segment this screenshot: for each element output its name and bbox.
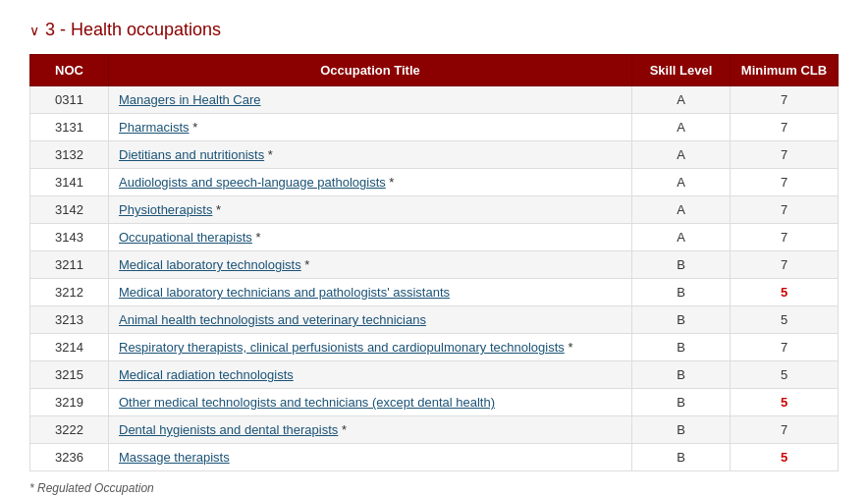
skill-cell: B [632, 251, 731, 279]
skill-cell: B [632, 306, 731, 334]
occupation-link[interactable]: Other medical technologists and technici… [119, 395, 495, 410]
title-cell: Pharmacists * [109, 114, 632, 141]
skill-cell: A [632, 196, 731, 224]
noc-cell: 3215 [30, 361, 109, 389]
table-row: 3236Massage therapistsB5 [30, 444, 839, 471]
occupation-link[interactable]: Respiratory therapists, clinical perfusi… [119, 340, 565, 355]
clb-cell: 7 [731, 224, 839, 251]
occupation-link[interactable]: Dietitians and nutritionists [119, 147, 264, 162]
clb-cell: 7 [731, 114, 839, 141]
occupation-link[interactable]: Physiotherapists [119, 202, 212, 217]
clb-cell: 7 [731, 86, 839, 114]
clb-cell: 5 [731, 306, 839, 334]
table-row: 3212Medical laboratory technicians and p… [30, 279, 839, 306]
col-header-noc: NOC [30, 55, 109, 86]
occupation-link[interactable]: Occupational therapists [119, 230, 252, 245]
footnote: * Regulated Occupation [29, 481, 839, 495]
skill-cell: B [632, 334, 731, 361]
noc-cell: 3212 [30, 279, 109, 306]
clb-cell: 5 [731, 361, 839, 389]
clb-value: 7 [781, 92, 787, 107]
title-cell: Occupational therapists * [109, 224, 632, 251]
occupation-link[interactable]: Audiologists and speech-language patholo… [119, 175, 386, 190]
occupation-link[interactable]: Medical laboratory technicians and patho… [119, 285, 450, 300]
title-cell: Managers in Health Care [109, 86, 632, 114]
clb-value: 7 [781, 230, 787, 245]
regulated-marker: * [190, 120, 198, 135]
noc-cell: 3131 [30, 114, 109, 141]
table-row: 3143Occupational therapists *A7 [30, 224, 839, 251]
title-cell: Medical laboratory technologists * [109, 251, 632, 279]
table-row: 3219Other medical technologists and tech… [30, 389, 839, 416]
noc-cell: 3211 [30, 251, 109, 279]
clb-value: 7 [781, 202, 787, 217]
col-header-clb: Minimum CLB [731, 55, 839, 86]
occupation-link[interactable]: Medical laboratory technologists [119, 257, 301, 272]
table-header-row: NOC Occupation Title Skill Level Minimum… [30, 55, 839, 86]
noc-cell: 3142 [30, 196, 109, 224]
skill-cell: B [632, 361, 731, 389]
table-row: 3215Medical radiation technologistsB5 [30, 361, 839, 389]
clb-cell: 7 [731, 169, 839, 196]
title-cell: Dietitians and nutritionists * [109, 141, 632, 169]
clb-value: 5 [781, 312, 787, 327]
clb-value: 7 [781, 120, 787, 135]
clb-value: 7 [781, 147, 787, 162]
table-row: 3211Medical laboratory technologists *B7 [30, 251, 839, 279]
noc-cell: 3132 [30, 141, 109, 169]
title-cell: Physiotherapists * [109, 196, 632, 224]
col-header-skill: Skill Level [632, 55, 731, 86]
clb-cell: 7 [731, 334, 839, 361]
section-title: ∨ 3 - Health occupations [29, 20, 839, 40]
occupation-link[interactable]: Dental hygienists and dental therapists [119, 422, 338, 437]
table-row: 0311Managers in Health CareA7 [30, 86, 839, 114]
table-row: 3142Physiotherapists *A7 [30, 196, 839, 224]
skill-cell: B [632, 389, 731, 416]
skill-cell: A [632, 224, 731, 251]
clb-value: 5 [781, 285, 787, 300]
title-cell: Respiratory therapists, clinical perfusi… [109, 334, 632, 361]
clb-value: 5 [781, 367, 787, 382]
noc-cell: 3219 [30, 389, 109, 416]
noc-cell: 3222 [30, 416, 109, 444]
clb-cell: 7 [731, 141, 839, 169]
regulated-marker: * [212, 202, 221, 217]
table-row: 3213Animal health technologists and vete… [30, 306, 839, 334]
occupation-link[interactable]: Animal health technologists and veterina… [119, 312, 426, 327]
noc-cell: 3214 [30, 334, 109, 361]
title-cell: Medical radiation technologists [109, 361, 632, 389]
occupations-table: NOC Occupation Title Skill Level Minimum… [29, 54, 839, 471]
noc-cell: 0311 [30, 86, 109, 114]
table-row: 3141Audiologists and speech-language pat… [30, 169, 839, 196]
skill-cell: B [632, 416, 731, 444]
clb-value: 7 [781, 422, 787, 437]
table-row: 3132Dietitians and nutritionists *A7 [30, 141, 839, 169]
occupation-link[interactable]: Pharmacists [119, 120, 190, 135]
title-cell: Other medical technologists and technici… [109, 389, 632, 416]
clb-value: 7 [781, 175, 787, 190]
regulated-marker: * [301, 257, 310, 272]
col-header-title: Occupation Title [109, 55, 632, 86]
table-row: 3214Respiratory therapists, clinical per… [30, 334, 839, 361]
regulated-marker: * [252, 230, 261, 245]
clb-value: 7 [781, 340, 787, 355]
chevron-icon: ∨ [29, 23, 39, 38]
noc-cell: 3213 [30, 306, 109, 334]
occupation-link[interactable]: Massage therapists [119, 450, 230, 465]
clb-cell: 7 [731, 251, 839, 279]
skill-cell: A [632, 114, 731, 141]
regulated-marker: * [338, 422, 347, 437]
clb-cell: 7 [731, 416, 839, 444]
table-row: 3222Dental hygienists and dental therapi… [30, 416, 839, 444]
regulated-marker: * [565, 340, 573, 355]
title-cell: Audiologists and speech-language patholo… [109, 169, 632, 196]
clb-cell: 5 [731, 389, 839, 416]
clb-cell: 7 [731, 196, 839, 224]
occupation-link[interactable]: Medical radiation technologists [119, 367, 294, 382]
table-row: 3131Pharmacists *A7 [30, 114, 839, 141]
title-cell: Animal health technologists and veterina… [109, 306, 632, 334]
occupation-link[interactable]: Managers in Health Care [119, 92, 261, 107]
regulated-marker: * [264, 147, 273, 162]
noc-cell: 3236 [30, 444, 109, 471]
title-cell: Medical laboratory technicians and patho… [109, 279, 632, 306]
